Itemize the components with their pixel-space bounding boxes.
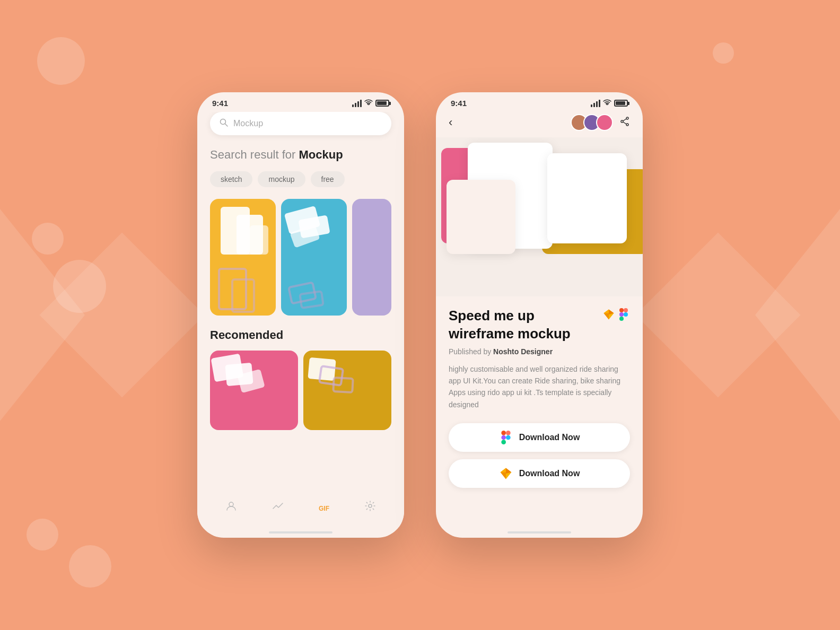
svg-marker-26 bbox=[500, 468, 505, 472]
download-sketch-button[interactable]: Download Now bbox=[449, 459, 630, 488]
recommended-title: Recomended bbox=[210, 328, 391, 342]
tool-emojis bbox=[602, 308, 630, 321]
svg-point-17 bbox=[624, 312, 628, 317]
nav-trending[interactable] bbox=[272, 500, 284, 514]
svg-rect-21 bbox=[501, 440, 506, 444]
wifi-icon bbox=[364, 99, 373, 107]
header-right bbox=[571, 114, 630, 131]
status-time-1: 9:41 bbox=[212, 99, 228, 108]
svg-line-1 bbox=[225, 124, 228, 127]
status-bar-2: 9:41 bbox=[436, 92, 643, 112]
battery-icon bbox=[375, 100, 389, 107]
sketch-emoji bbox=[602, 308, 615, 321]
download-sketch-label: Download Now bbox=[519, 469, 580, 478]
trending-icon bbox=[272, 500, 284, 514]
bg-circle bbox=[53, 260, 106, 313]
search-bar[interactable]: Mockup bbox=[210, 112, 391, 135]
search-input-text: Mockup bbox=[233, 119, 263, 128]
hero-image bbox=[436, 137, 643, 296]
published-by: Published by Noshto Designer bbox=[449, 347, 630, 356]
svg-marker-12 bbox=[603, 309, 609, 313]
mockup-shapes-yellow bbox=[210, 199, 276, 316]
svg-rect-16 bbox=[619, 317, 624, 321]
avatar-3 bbox=[596, 114, 613, 131]
signal-icon bbox=[352, 100, 362, 107]
status-time-2: 9:41 bbox=[451, 99, 467, 108]
bg-diamond-left bbox=[39, 232, 204, 397]
svg-point-5 bbox=[626, 124, 628, 126]
status-icons-2 bbox=[591, 99, 628, 107]
svg-rect-19 bbox=[506, 431, 511, 435]
phone-search: 9:41 bbox=[197, 92, 404, 538]
phone-detail: 9:41 ‹ bbox=[436, 92, 643, 538]
svg-rect-14 bbox=[624, 308, 628, 312]
gif-icon: GIF bbox=[319, 501, 329, 513]
figma-emoji bbox=[617, 308, 630, 321]
mockup-shapes-blue bbox=[281, 199, 347, 316]
bg-circle bbox=[27, 519, 58, 550]
profile-icon bbox=[225, 500, 237, 514]
svg-line-8 bbox=[623, 122, 626, 124]
svg-rect-15 bbox=[619, 312, 624, 317]
search-icon bbox=[220, 118, 228, 129]
nav-gif[interactable]: GIF bbox=[319, 501, 329, 513]
svg-point-6 bbox=[621, 120, 623, 122]
svg-marker-25 bbox=[500, 472, 505, 479]
result-card-yellow[interactable] bbox=[210, 199, 276, 316]
svg-marker-11 bbox=[603, 313, 609, 320]
phones-container: 9:41 bbox=[197, 92, 643, 538]
battery-icon-2 bbox=[614, 100, 628, 107]
share-button[interactable] bbox=[619, 116, 630, 129]
phone2-header: ‹ bbox=[436, 112, 643, 137]
settings-icon bbox=[364, 500, 376, 514]
phone1-content: Mockup Search result for Mockup sketch m… bbox=[197, 112, 404, 492]
nav-settings[interactable] bbox=[364, 500, 376, 514]
signal-icon-2 bbox=[591, 100, 600, 107]
avatars-group bbox=[571, 114, 613, 131]
rec-card-pink[interactable] bbox=[210, 351, 298, 430]
product-description: highly customisable and well organized r… bbox=[449, 363, 630, 411]
wifi-icon-2 bbox=[603, 99, 611, 107]
home-indicator-2 bbox=[436, 527, 643, 538]
bg-triangle-left bbox=[0, 209, 85, 421]
svg-point-3 bbox=[369, 504, 372, 508]
svg-rect-13 bbox=[619, 308, 624, 312]
bg-circle bbox=[32, 223, 64, 255]
download-figma-label: Download Now bbox=[519, 433, 580, 442]
bg-circle bbox=[37, 37, 85, 85]
filter-tag-sketch[interactable]: sketch bbox=[210, 171, 252, 187]
status-icons-1 bbox=[352, 99, 389, 107]
sketch-btn-icon bbox=[499, 467, 513, 480]
download-figma-button[interactable]: Download Now bbox=[449, 423, 630, 452]
bg-triangle-right bbox=[755, 209, 840, 421]
bg-circle bbox=[713, 42, 734, 64]
bg-diamond-right bbox=[635, 232, 800, 397]
figma-btn-icon bbox=[499, 431, 513, 444]
svg-rect-20 bbox=[501, 435, 506, 440]
result-heading: Search result for Mockup bbox=[210, 148, 391, 162]
bg-circle bbox=[69, 545, 111, 588]
svg-line-7 bbox=[623, 119, 626, 121]
status-bar-1: 9:41 bbox=[197, 92, 404, 112]
phone2-content: Speed me up wireframe mockup bbox=[436, 296, 643, 527]
filter-tag-mockup[interactable]: mockup bbox=[258, 171, 305, 187]
recommend-grid bbox=[210, 351, 391, 430]
result-grid bbox=[210, 199, 391, 316]
rec-card-gold[interactable] bbox=[303, 351, 391, 430]
home-indicator-1 bbox=[197, 527, 404, 538]
svg-point-2 bbox=[229, 502, 233, 506]
hero-white-shape-3 bbox=[447, 180, 515, 254]
bottom-nav: GIF bbox=[197, 492, 404, 527]
hero-white-shape-2 bbox=[547, 153, 627, 243]
filter-tags: sketch mockup free bbox=[210, 171, 391, 187]
result-card-purple[interactable] bbox=[352, 199, 391, 316]
back-button[interactable]: ‹ bbox=[449, 116, 452, 129]
filter-tag-free[interactable]: free bbox=[311, 171, 345, 187]
svg-rect-18 bbox=[501, 431, 506, 435]
nav-profile[interactable] bbox=[225, 500, 237, 514]
result-card-blue[interactable] bbox=[281, 199, 347, 316]
product-title: Speed me up wireframe mockup bbox=[449, 307, 630, 343]
svg-point-22 bbox=[506, 435, 511, 440]
svg-point-4 bbox=[626, 117, 628, 119]
